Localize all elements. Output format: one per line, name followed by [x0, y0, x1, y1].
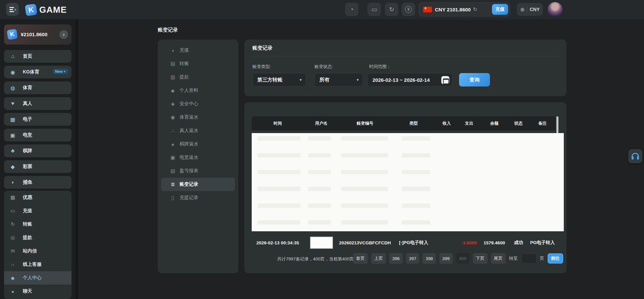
gamepad-icon: ▣	[169, 155, 176, 161]
transfer-sync-button[interactable]: ↻	[385, 3, 398, 16]
ghost-row	[252, 217, 564, 234]
table-header-row: 时间 用户名 账变编号 类型 收入 支出 余额 状态 备注	[252, 116, 555, 130]
sidebar-toggle-button[interactable]	[6, 3, 19, 16]
currency-settings-button[interactable]: ¥	[402, 3, 415, 16]
page-prev-button[interactable]: 上页	[371, 253, 386, 264]
sidebar-scroll-track[interactable]	[76, 19, 78, 299]
gauge-icon: ◔	[350, 6, 354, 13]
submenu-item-profile[interactable]: ☻ 个人资料	[161, 84, 235, 97]
balance-pill[interactable]: ★ CNY 2101.8600 ↻ 充值	[419, 2, 510, 16]
goto-label: 转至	[509, 255, 518, 261]
sidebar-item-online-service[interactable]: ∩ 线上客服	[4, 258, 71, 271]
club-icon: ♣	[9, 148, 16, 154]
col-income: 收入	[436, 121, 457, 126]
sidebar-item-withdraw[interactable]: ◎ 提款	[4, 231, 71, 244]
table-row: 2026-02-13 00:34:35 20260213VCGBFCFCDH […	[252, 235, 555, 251]
submenu-item-esports-rebate[interactable]: ▣ 电竞返水	[161, 151, 235, 164]
sidebar-item-chess-cards[interactable]: ♣ 棋牌	[4, 144, 71, 157]
person-icon: ☻	[9, 275, 16, 281]
logo-k-icon: K	[25, 3, 37, 16]
sidebar-item-live-casino[interactable]: ♥ 真人	[4, 97, 71, 110]
sidebar-balance-amount: ¥2101.8600	[21, 32, 47, 37]
sidebar-user-menu: ▩ 优惠 ▭ 充值 ↻ 转账 ◎ 提款 ✉ 站内信 ∩ 线上客服	[4, 191, 71, 299]
currency-code-label: CNY	[530, 7, 540, 12]
sidebar-item-slots[interactable]: ▦ 电子	[4, 113, 71, 126]
sidebar-item-home[interactable]: ⌂ 首页	[4, 50, 71, 63]
page-number-button[interactable]: 397	[406, 253, 419, 264]
sidebar-item-transfer[interactable]: ↻ 转账	[4, 218, 71, 231]
ledger-icon: ≣	[169, 181, 176, 187]
sidebar-balance-card[interactable]: K ¥2101.8600 ›	[4, 24, 71, 45]
page-number-button[interactable]: 396	[389, 253, 403, 264]
change-status-select[interactable]: 所有 ▾	[314, 73, 363, 86]
submenu-item-deposit-withdraw-records[interactable]: ▯ 充提记录	[161, 191, 235, 204]
language-currency-selector[interactable]: ⊕ CNY	[517, 3, 543, 16]
app-root: K GAME ◔ ▭ ↻ ¥ ★ CNY 2101.8600 ↻ 充值 ⊕ CN…	[0, 0, 644, 299]
submenu-item-transfer[interactable]: ▤ 转账	[161, 57, 235, 70]
table-body-overlay	[252, 133, 564, 231]
wallet-button[interactable]: ▭	[367, 3, 381, 16]
speed-gauge-button[interactable]: ◔	[345, 3, 358, 16]
submenu-item-deposit[interactable]: ◖ 充值	[161, 44, 235, 57]
goto-page-input[interactable]	[521, 253, 537, 263]
sidebar-item-chat[interactable]: ● 聊天	[4, 285, 71, 298]
chat-bubble-icon: ●	[9, 289, 16, 294]
change-type-label: 账变类型:	[252, 64, 271, 70]
china-flag-icon: ★	[423, 7, 432, 12]
user-avatar[interactable]	[548, 2, 562, 17]
submenu-item-live-rebate[interactable]: ∴ 真人返水	[161, 124, 235, 137]
cell-serial: 20260213VCGBFCFCDH	[339, 240, 391, 245]
page-last-button[interactable]: 尾页	[491, 253, 506, 264]
sidebar-item-messages[interactable]: ✉ 站内信	[4, 244, 71, 258]
customer-support-fab[interactable]	[628, 149, 642, 163]
submenu-item-sports-rebate[interactable]: ◉ 体育返水	[161, 111, 235, 124]
soccer-icon: ◉	[9, 69, 16, 75]
goto-confirm-button[interactable]: 前往	[548, 253, 563, 263]
piggy-bank-icon: ◖	[169, 48, 176, 53]
change-status-label: 账变状态:	[314, 64, 333, 70]
page-number-button[interactable]: 399	[439, 253, 453, 264]
sidebar-item-promotions[interactable]: ▩ 优惠	[4, 191, 71, 204]
banknote-icon: ▤	[169, 61, 176, 67]
sidebar-item-esports[interactable]: ▣ 电竞	[4, 129, 71, 141]
deposit-button[interactable]: 充值	[492, 4, 508, 15]
hamburger-icon	[9, 7, 14, 8]
chevron-down-icon: ▾	[357, 77, 359, 82]
sidebar-item-fishing[interactable]: ◗ 捕鱼	[4, 176, 71, 189]
logo-text: GAME	[39, 5, 67, 15]
sync-icon: ↻	[389, 6, 394, 13]
sidebar-item-deposit[interactable]: ▭ 充值	[4, 204, 71, 218]
sidebar-item-personal-center[interactable]: ☻ 个人中心	[4, 271, 71, 285]
page-next-button[interactable]: 下页	[473, 253, 488, 264]
submenu-item-chess-rebate[interactable]: ♠ 棋牌返水	[161, 137, 235, 151]
submenu-item-account-changes[interactable]: ≣ 账变记录	[161, 178, 235, 191]
filter-panel-title: 账变记录	[252, 45, 273, 51]
ghost-row	[252, 133, 564, 150]
submenu-item-pnl-report[interactable]: ▤ 盈亏报表	[161, 164, 235, 178]
cell-username	[304, 237, 339, 249]
cell-expense: -3.6000	[457, 240, 481, 245]
page-number-button[interactable]: 398	[423, 253, 436, 264]
time-range-label: 时间范围：	[369, 64, 391, 70]
balance-expand-button[interactable]: ›	[59, 30, 68, 39]
sidebar-item-lottery[interactable]: ◆ 彩票	[4, 160, 71, 173]
cell-type: [-]PG电子转入	[391, 240, 436, 246]
username-blank-box	[310, 237, 333, 249]
page-current-button: 400	[456, 253, 469, 264]
brand-logo[interactable]: K GAME	[26, 3, 67, 16]
person-icon: ☻	[169, 88, 176, 94]
refresh-balance-icon[interactable]: ↻	[473, 6, 477, 12]
page-first-button[interactable]: 首页	[353, 253, 368, 264]
col-expense: 支出	[457, 121, 481, 126]
search-button[interactable]: 查询	[459, 73, 490, 86]
ghost-row	[252, 183, 564, 200]
transfer-icon: ↻	[9, 221, 16, 227]
topbar: K GAME ◔ ▭ ↻ ¥ ★ CNY 2101.8600 ↻ 充值 ⊕ CN…	[0, 0, 644, 19]
sidebar-item-kg-sports[interactable]: ◉ KG体育 New +	[4, 66, 71, 78]
sidebar-item-sports[interactable]: ◍ 体育	[4, 81, 71, 94]
change-type-select[interactable]: 第三方转账 ▾	[252, 73, 306, 86]
date-range-picker[interactable]: 2026-02-13 ~ 2026-02-14	[367, 73, 452, 86]
submenu-item-withdraw[interactable]: ▥ 提款	[161, 70, 235, 84]
basketball-icon: ◍	[9, 85, 16, 91]
submenu-item-security-center[interactable]: ◈ 安全中心	[161, 97, 235, 111]
